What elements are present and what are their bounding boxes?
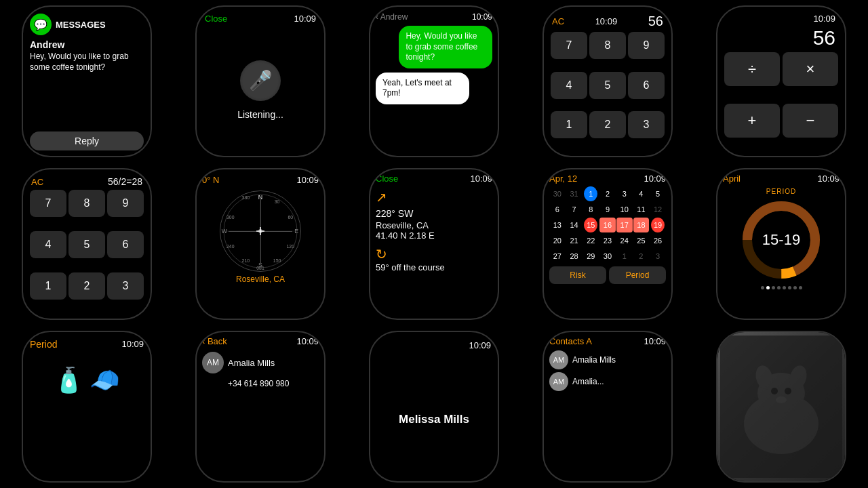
- cell-compass: 0° N 10:09 N S E W 330 30 60 120: [174, 163, 347, 325]
- calc2-btn-9[interactable]: 9: [107, 190, 144, 217]
- calc-ops-display-num: 56: [813, 26, 835, 49]
- chat-bubble-sent: Hey, Would you like to grab some coffee …: [399, 26, 492, 68]
- close-button[interactable]: Close: [205, 14, 227, 24]
- contacts-back-btn[interactable]: ‹ Back: [202, 336, 227, 346]
- period-ring-label: PERIOD: [766, 188, 796, 195]
- calc2-btn-7[interactable]: 7: [30, 190, 66, 217]
- reply-button[interactable]: Reply: [30, 131, 144, 150]
- svg-text:240: 240: [226, 244, 235, 249]
- cal-day[interactable]: 29: [583, 249, 599, 264]
- cal-day[interactable]: 17: [616, 218, 633, 232]
- calc-ops-divide[interactable]: ÷: [724, 52, 780, 86]
- cal-day[interactable]: 1: [616, 249, 633, 264]
- cal-day[interactable]: 7: [566, 202, 583, 217]
- compass-direction-label: 0° N: [202, 175, 219, 185]
- cal-day[interactable]: 22: [583, 233, 599, 248]
- calc-btn-5[interactable]: 5: [589, 72, 626, 99]
- calc-ops-time: 10:09: [813, 14, 835, 24]
- cell-period-icons: Period 10:09 🧴 🧢: [0, 325, 174, 488]
- cal-day[interactable]: 4: [633, 186, 650, 201]
- period-dot: [772, 286, 775, 289]
- calc-btn-7[interactable]: 7: [551, 32, 587, 59]
- calc-ops-plus[interactable]: +: [724, 104, 780, 138]
- period-dot: [788, 286, 791, 289]
- cal-day[interactable]: 12: [650, 202, 666, 217]
- calc2-btn-1[interactable]: 1: [30, 272, 66, 300]
- calc-btn-8[interactable]: 8: [589, 32, 626, 59]
- cal-day[interactable]: 30: [549, 186, 566, 201]
- cal-day[interactable]: 6: [549, 202, 566, 217]
- contact-phone: +34 614 890 980: [202, 379, 319, 388]
- calc2-ac[interactable]: AC: [31, 177, 43, 187]
- watch-period-icons: Period 10:09 🧴 🧢: [22, 331, 152, 483]
- nav-close[interactable]: Close: [376, 174, 398, 184]
- watch-melissa: 10:09 Melissa Mills: [369, 331, 499, 483]
- chat-time: 10:09: [472, 12, 492, 22]
- period-dot-active: [766, 286, 770, 289]
- calc2-equation: 56/2=28: [108, 176, 142, 187]
- calc-btn-6[interactable]: 6: [628, 72, 665, 99]
- chat-back[interactable]: ‹ Andrew: [376, 12, 408, 22]
- cal-risk-button[interactable]: Risk: [549, 266, 606, 284]
- cal-day[interactable]: 30: [599, 249, 616, 264]
- cal-day[interactable]: 14: [566, 218, 583, 232]
- cal-day[interactable]: 19: [651, 218, 665, 232]
- calc-btn-4[interactable]: 4: [551, 72, 587, 99]
- period-range-label: 15-19: [762, 231, 800, 249]
- listening-text: Listening...: [237, 109, 283, 120]
- cal-day[interactable]: 5: [650, 186, 666, 201]
- calc-time: 10:09: [595, 16, 618, 26]
- microphone-icon: 🎤: [240, 60, 281, 101]
- svg-text:60: 60: [288, 215, 293, 220]
- period-dot: [799, 286, 802, 289]
- cal-day[interactable]: 31: [566, 186, 583, 201]
- cal-day[interactable]: 21: [566, 233, 583, 248]
- svg-text:330: 330: [242, 195, 250, 200]
- calc2-btn-5[interactable]: 5: [68, 231, 105, 258]
- cal-day[interactable]: 9: [599, 202, 616, 217]
- cell-calculator-ops: 10:09 56 ÷ × + −: [694, 0, 868, 163]
- cal-day[interactable]: 11: [633, 202, 650, 217]
- cal-day[interactable]: 28: [566, 249, 583, 264]
- svg-text:150: 150: [273, 258, 281, 263]
- svg-text:30: 30: [275, 199, 280, 204]
- cal-day[interactable]: 24: [616, 233, 633, 248]
- cal-day[interactable]: 26: [650, 233, 666, 248]
- cal-day-selected[interactable]: 15: [584, 218, 597, 232]
- cal-day-today[interactable]: 1: [584, 186, 597, 201]
- calc2-btn-6[interactable]: 6: [107, 231, 144, 258]
- cal-day[interactable]: 10: [616, 202, 633, 217]
- calc2-btn-3[interactable]: 3: [107, 272, 144, 300]
- calc-ac[interactable]: AC: [552, 16, 564, 26]
- watch-calendar: Apr, 12 10:09 30 31 1 2 3 4 5 6 7 8 9 10…: [542, 168, 673, 320]
- cal-day[interactable]: 20: [549, 233, 566, 248]
- cal-day[interactable]: 16: [599, 218, 616, 232]
- cal-period-button[interactable]: Period: [609, 266, 666, 284]
- calc-btn-2[interactable]: 2: [589, 111, 626, 138]
- cal-day[interactable]: 25: [633, 233, 650, 248]
- cal-day[interactable]: 23: [599, 233, 616, 248]
- cal-day[interactable]: 27: [549, 249, 566, 264]
- cal-day[interactable]: 13: [549, 218, 566, 232]
- calc-ops-multiply[interactable]: ×: [783, 52, 838, 86]
- cal-day[interactable]: 3: [616, 186, 633, 201]
- watch-calculator-2: AC 56/2=28 7 8 9 4 5 6 1 2 3: [22, 168, 152, 320]
- calc2-btn-4[interactable]: 4: [30, 231, 66, 258]
- nav-address1: Roseville, CA: [376, 220, 492, 230]
- cal-day[interactable]: 8: [583, 202, 599, 217]
- period-icon-1: 🧴: [54, 366, 84, 394]
- contacts-a-title: Contacts A: [549, 336, 592, 346]
- calc-btn-3[interactable]: 3: [628, 111, 665, 138]
- contacts-a-name-1: Amalia Mills: [572, 355, 616, 365]
- cal-day[interactable]: 2: [599, 186, 616, 201]
- cal-day[interactable]: 2: [633, 249, 650, 264]
- calc2-btn-8[interactable]: 8: [68, 190, 105, 217]
- nav-off-course: 59° off the course: [376, 262, 492, 272]
- calc-btn-1[interactable]: 1: [551, 111, 587, 138]
- calc-btn-9[interactable]: 9: [628, 32, 665, 59]
- cal-day[interactable]: 3: [650, 249, 666, 264]
- calc2-btn-2[interactable]: 2: [68, 272, 105, 300]
- cal-day[interactable]: 18: [633, 218, 650, 232]
- calc-ops-minus[interactable]: −: [783, 104, 838, 138]
- calendar-grid: 30 31 1 2 3 4 5 6 7 8 9 10 11 12 13 14 1…: [549, 186, 666, 264]
